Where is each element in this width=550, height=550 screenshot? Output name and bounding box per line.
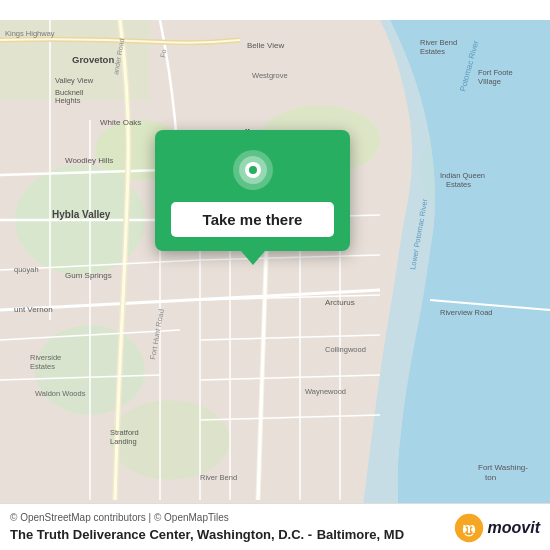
svg-text:Valley View: Valley View	[55, 76, 94, 85]
svg-text:Estates: Estates	[420, 47, 445, 56]
location-subtitle: Baltimore, MD	[317, 527, 404, 542]
svg-text:quoyah: quoyah	[14, 265, 39, 274]
svg-text:Riverview Road: Riverview Road	[440, 308, 493, 317]
svg-text:Fort Washing-: Fort Washing-	[478, 463, 528, 472]
svg-text:Westgrove: Westgrove	[252, 71, 288, 80]
svg-text:unt Vernon: unt Vernon	[14, 305, 53, 314]
location-info: The Truth Deliverance Center, Washington…	[10, 525, 404, 543]
svg-point-75	[471, 527, 475, 531]
svg-text:Stratford: Stratford	[110, 428, 139, 437]
moovit-brand-icon: m	[454, 513, 484, 543]
moovit-text: moovit	[488, 519, 540, 537]
svg-point-71	[249, 166, 257, 174]
location-pin-icon	[231, 148, 275, 192]
map-container: Groveton Valley View Bucknell Heights Wh…	[0, 0, 550, 550]
svg-text:Belle View: Belle View	[247, 41, 284, 50]
svg-text:m: m	[462, 519, 475, 536]
moovit-logo[interactable]: m moovit	[454, 513, 540, 543]
bottom-bar: © OpenStreetMap contributors | © OpenMap…	[0, 503, 550, 550]
svg-text:Arcturus: Arcturus	[325, 298, 355, 307]
svg-text:White Oaks: White Oaks	[100, 118, 141, 127]
svg-text:VIllage: VIllage	[478, 77, 501, 86]
svg-text:Estates: Estates	[446, 180, 471, 189]
svg-text:Indian Queen: Indian Queen	[440, 171, 485, 180]
svg-text:Waldon Woods: Waldon Woods	[35, 389, 86, 398]
svg-text:River Bend: River Bend	[420, 38, 457, 47]
svg-text:Fort Foote: Fort Foote	[478, 68, 513, 77]
svg-text:Gum Springs: Gum Springs	[65, 271, 112, 280]
map-svg: Groveton Valley View Bucknell Heights Wh…	[0, 0, 550, 550]
svg-text:Collingwood: Collingwood	[325, 345, 366, 354]
svg-text:River Bend: River Bend	[200, 473, 237, 482]
take-me-there-button[interactable]: Take me there	[171, 202, 334, 237]
attribution-text: © OpenStreetMap contributors | © OpenMap…	[10, 512, 404, 523]
svg-text:Heights: Heights	[55, 96, 81, 105]
svg-text:Kings Highway: Kings Highway	[5, 29, 55, 38]
popup-card: Take me there	[155, 130, 350, 251]
svg-text:Waynewood: Waynewood	[305, 387, 346, 396]
svg-point-74	[462, 527, 466, 531]
location-title: The Truth Deliverance Center, Washington…	[10, 527, 312, 542]
svg-text:Groveton: Groveton	[72, 54, 114, 65]
svg-text:Hybla Valley: Hybla Valley	[52, 209, 111, 220]
svg-text:ton: ton	[485, 473, 496, 482]
svg-text:Riverside: Riverside	[30, 353, 61, 362]
bottom-left: © OpenStreetMap contributors | © OpenMap…	[10, 512, 404, 543]
svg-text:Landing: Landing	[110, 437, 137, 446]
svg-text:Woodley Hills: Woodley Hills	[65, 156, 113, 165]
svg-text:Fo: Fo	[159, 49, 167, 58]
svg-text:Estates: Estates	[30, 362, 55, 371]
